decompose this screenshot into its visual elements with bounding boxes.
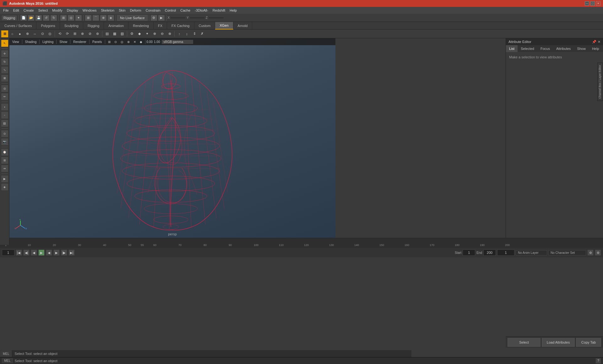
menu-redshift[interactable]: Redshift <box>211 8 227 13</box>
load-attributes-button[interactable]: Load Attributes <box>542 338 575 347</box>
play-back-button[interactable]: ◀ <box>46 249 52 256</box>
xgen-icon25[interactable]: ⇕ <box>191 30 198 37</box>
xgen-icon4[interactable]: ⊕ <box>24 30 31 37</box>
attr-tab-selected[interactable]: Selected <box>518 45 537 52</box>
new-file-button[interactable]: 📄 <box>20 15 27 21</box>
anim-layer-selector[interactable]: No Anim Layer <box>516 250 547 255</box>
render-button[interactable]: ▶ <box>158 15 165 21</box>
timeline-area[interactable]: 1102030405055607080901001101201301401501… <box>0 238 603 248</box>
ipr-button[interactable]: ◈ <box>1 183 8 191</box>
help-button[interactable]: ? <box>595 358 601 364</box>
character-set-selector[interactable]: No Character Set <box>548 250 586 255</box>
view-menu-button[interactable]: View <box>11 40 21 44</box>
menu-file[interactable]: File <box>1 8 11 13</box>
open-file-button[interactable]: 📂 <box>28 15 35 21</box>
attr-tab-show[interactable]: Show <box>574 45 589 52</box>
lighting-menu-button[interactable]: Lighting <box>41 40 55 44</box>
menu-edit[interactable]: Edit <box>11 8 21 13</box>
xgen-icon12[interactable]: ⊘ <box>86 30 93 37</box>
menu-help[interactable]: Help <box>228 8 239 13</box>
vp-icon-4[interactable]: ⊕ <box>126 40 131 44</box>
tab-rigging[interactable]: Rigging <box>83 22 104 29</box>
next-frame-button[interactable]: ▶ <box>53 249 60 256</box>
xgen-icon20[interactable]: ⊕ <box>151 30 158 37</box>
menu-constrain[interactable]: Constrain <box>144 8 162 13</box>
attr-tab-help[interactable]: Help <box>589 45 602 52</box>
xgen-icon26[interactable]: ✗ <box>198 30 205 37</box>
tab-arnold[interactable]: Arnold <box>233 22 253 29</box>
close-button[interactable]: ✕ <box>596 1 600 6</box>
move-tool-button[interactable]: ✛ <box>1 50 8 57</box>
frame-number-field[interactable]: 1 <box>497 249 514 256</box>
vp-icon-3[interactable]: ◎ <box>119 40 125 44</box>
xgen-icon1[interactable]: ⊠ <box>1 30 8 37</box>
xgen-icon24[interactable]: ↕ <box>183 30 190 37</box>
char-settings-button[interactable]: ⚙ <box>595 249 601 256</box>
menu-cache[interactable]: Cache <box>178 8 192 13</box>
tab-rendering[interactable]: Rendering <box>128 22 154 29</box>
attr-tab-list[interactable]: List <box>506 45 518 52</box>
viewport[interactable]: View Shading Lighting Show Renderer Pane… <box>9 38 335 238</box>
snap-point-button[interactable]: ⊕ <box>100 15 107 21</box>
mel-label[interactable]: MEL <box>0 350 12 357</box>
redo-button[interactable]: ↻ <box>50 15 57 21</box>
xgen-icon15[interactable]: ▦ <box>111 30 118 37</box>
xgen-icon16[interactable]: ▧ <box>119 30 126 37</box>
transform-tool-button[interactable]: ⊠ <box>1 74 8 82</box>
title-bar-controls[interactable]: ─ □ ✕ <box>585 1 600 6</box>
xgen-icon18[interactable]: ◆ <box>136 30 143 37</box>
attr-pin-icon[interactable]: 📌 <box>592 40 596 44</box>
attr-tab-attributes[interactable]: Attributes <box>553 45 574 52</box>
menu-deform[interactable]: Deform <box>128 8 143 13</box>
menu-select[interactable]: Select <box>36 8 50 13</box>
maximize-button[interactable]: □ <box>590 1 595 6</box>
play-button[interactable]: ▶ <box>38 249 45 256</box>
goto-end-button[interactable]: ▶| <box>68 249 75 256</box>
next-key-button[interactable]: |▶ <box>61 249 67 256</box>
vp-icon-5[interactable]: ✕ <box>132 40 138 44</box>
xgen-icon14[interactable]: ▤ <box>104 30 111 37</box>
xgen-icon13[interactable]: ⊛ <box>94 30 101 37</box>
vp-icon-6[interactable]: ◆ <box>138 40 144 44</box>
snap-grid-button[interactable]: ⊞ <box>85 15 92 21</box>
anim-settings-button[interactable]: ⚙ <box>587 249 594 256</box>
xgen-icon21[interactable]: ⊖ <box>159 30 166 37</box>
shading-menu-button[interactable]: Shading <box>24 40 38 44</box>
menu-windows[interactable]: Windows <box>81 8 99 13</box>
tab-animation[interactable]: Animation <box>104 22 128 29</box>
attr-tab-focus[interactable]: Focus <box>537 45 553 52</box>
xgen-icon10[interactable]: ⊞ <box>71 30 78 37</box>
render-settings-button[interactable]: ⚙ <box>150 15 157 21</box>
snap-curve-button[interactable]: ⌒ <box>92 15 99 21</box>
xgen-icon2[interactable]: ○ <box>9 30 16 37</box>
tab-fx-caching[interactable]: FX Caching <box>167 22 194 29</box>
isolate-button[interactable]: ⊙ <box>1 130 8 137</box>
tab-curves-surfaces[interactable]: Curves / Surfaces <box>0 22 36 29</box>
xgen-icon11[interactable]: ⊗ <box>79 30 86 37</box>
renderer-menu-button[interactable]: Renderer <box>72 40 88 44</box>
range-end-input[interactable]: 200 <box>483 249 496 256</box>
paint-button[interactable]: ✏ <box>1 93 8 100</box>
menu-modify[interactable]: Modify <box>50 8 64 13</box>
menu-create[interactable]: Create <box>22 8 36 13</box>
current-frame-display[interactable]: 1 <box>2 249 14 256</box>
xgen-icon23[interactable]: ↑ <box>176 30 183 37</box>
goto-start-button[interactable]: |◀ <box>16 249 22 256</box>
xgen-icon7[interactable]: ◎ <box>46 30 53 37</box>
rotate-tool-button[interactable]: ↻ <box>1 58 8 66</box>
select-tool-button[interactable]: ⊞ <box>60 15 67 21</box>
xgen-icon22[interactable]: ⊗ <box>166 30 173 37</box>
history-button[interactable]: ⌚ <box>1 148 8 156</box>
menu-skin[interactable]: Skin <box>117 8 127 13</box>
snap-surface-button[interactable]: ◈ <box>107 15 114 21</box>
vp-icon-2[interactable]: ⊙ <box>113 40 118 44</box>
tab-fx[interactable]: FX <box>154 22 167 29</box>
attr-close-icon[interactable]: ✕ <box>598 40 600 44</box>
channel-box-tab[interactable]: Channel Box / Layer Editor <box>597 63 603 101</box>
scale-tool-button[interactable]: ⤡ <box>1 66 8 74</box>
select-attr-button[interactable]: Select <box>508 338 541 347</box>
minimize-button[interactable]: ─ <box>585 1 589 6</box>
xgen-icon17[interactable]: ⚙ <box>128 30 135 37</box>
lasso-tool-button[interactable]: ◎ <box>68 15 74 21</box>
render-view-button[interactable]: ▶ <box>1 175 8 183</box>
